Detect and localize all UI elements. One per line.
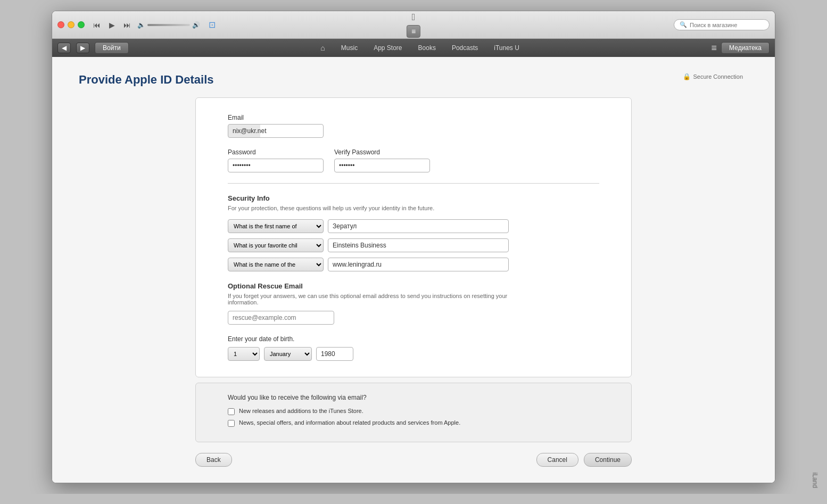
divider (228, 183, 599, 184)
checkbox-row-1: New releases and additions to the iTunes… (228, 408, 599, 415)
titlebar: ⏮ ▶ ⏭ 🔈 🔊 ⊡  ≡ 🔍 (52, 11, 775, 39)
question2-select[interactable]: What is your favorite chil (228, 238, 324, 252)
fast-forward-button[interactable]: ⏭ (121, 20, 133, 30)
secure-connection-label: Secure Connection (693, 73, 743, 80)
nav-link-appstore[interactable]: App Store (374, 44, 402, 52)
airplay-button[interactable]: ⊡ (209, 20, 216, 30)
birthdate-row: 1 January (228, 347, 599, 361)
security-info-desc: For your protection, these questions wil… (228, 205, 599, 211)
password-row: Password Verify Password (228, 148, 599, 172)
play-button[interactable]: ▶ (107, 20, 117, 30)
nav-link-itunesu[interactable]: iTunes U (494, 44, 519, 52)
nav-link-music[interactable]: Music (341, 44, 358, 52)
optional-rescue-title: Optional Rescue Email (228, 282, 599, 290)
security-info-section: Security Info For your protection, these… (228, 194, 599, 271)
main-content: 🔒 Secure Connection Provide Apple ID Det… (52, 57, 775, 483)
email-section-title: Would you like to receive the following … (228, 394, 599, 401)
search-input[interactable] (690, 22, 764, 28)
email-section: Email (228, 114, 599, 138)
titlebar-right: 🔍 (674, 19, 770, 30)
right-buttons: Cancel Continue (536, 453, 632, 467)
search-box[interactable]: 🔍 (674, 19, 770, 30)
cancel-button[interactable]: Cancel (536, 453, 578, 467)
nav-link-podcasts[interactable]: Podcasts (452, 44, 478, 52)
bottom-buttons: Back Cancel Continue (195, 453, 632, 467)
optional-rescue-desc: If you forget your answers, we can use t… (228, 293, 526, 305)
minimize-button[interactable] (68, 21, 75, 28)
password-field[interactable] (228, 159, 324, 172)
titlebar-center:  ≡ (407, 12, 420, 38)
back-button[interactable]: Back (195, 453, 232, 467)
navbar: ◀ ▶ Войти ⌂ Music App Store Books Podcas… (52, 39, 775, 57)
nav-links: ⌂ Music App Store Books Podcasts iTunes … (134, 44, 706, 52)
menu-icon-button[interactable]: ≡ (407, 25, 420, 38)
security-row-2: What is your favorite chil (228, 238, 599, 252)
close-button[interactable] (57, 21, 64, 28)
volume-track[interactable] (147, 24, 190, 26)
verify-password-field[interactable] (334, 159, 430, 172)
hamburger-button[interactable]: ≡ (712, 43, 717, 54)
birthdate-section: Enter your date of birth. 1 January (228, 335, 599, 361)
nav-back-button[interactable]: ◀ (57, 43, 71, 53)
password-label: Password (228, 148, 324, 156)
apple-logo-icon:  (412, 12, 416, 23)
watermark: iLand (811, 473, 818, 488)
email-section-container: Would you like to receive the following … (195, 383, 632, 442)
continue-button[interactable]: Continue (584, 453, 632, 467)
checkbox-row-2: News, special offers, and information ab… (228, 419, 599, 427)
security-row-1: What is the first name of (228, 219, 599, 233)
checkbox-news[interactable] (228, 420, 235, 427)
email-label: Email (228, 114, 599, 121)
optional-rescue-section: Optional Rescue Email If you forget your… (228, 282, 599, 325)
checkbox-new-releases[interactable] (228, 408, 235, 415)
home-icon[interactable]: ⌂ (320, 44, 325, 52)
birthdate-label: Enter your date of birth. (228, 335, 599, 343)
verify-password-label: Verify Password (334, 148, 430, 156)
password-group: Password (228, 148, 324, 172)
rescue-email-field[interactable] (228, 311, 334, 325)
question1-select[interactable]: What is the first name of (228, 219, 324, 233)
transport-controls: ⏮ ▶ ⏭ 🔈 🔊 ⊡ (91, 20, 216, 30)
email-field[interactable] (228, 124, 324, 138)
answer2-field[interactable] (328, 238, 509, 252)
lock-icon: 🔒 (683, 73, 691, 80)
login-button[interactable]: Войти (95, 42, 129, 54)
security-row-3: What is the name of the (228, 258, 599, 271)
answer1-field[interactable] (328, 219, 509, 233)
checkbox2-label: News, special offers, and information ab… (239, 419, 460, 426)
volume-high-icon: 🔊 (192, 21, 200, 29)
form-container: Email Password Verify Password Security … (195, 97, 632, 377)
page-title: Provide Apple ID Details (79, 73, 748, 87)
volume-low-icon: 🔈 (137, 21, 145, 29)
volume-slider: 🔈 🔊 (137, 21, 200, 29)
navbar-right: ≡ Медиатека (712, 42, 770, 54)
answer3-field[interactable] (328, 258, 509, 271)
maximize-button[interactable] (78, 21, 85, 28)
birthdate-year-field[interactable] (316, 347, 353, 361)
verify-password-group: Verify Password (334, 148, 430, 172)
question3-select[interactable]: What is the name of the (228, 258, 324, 271)
secure-connection: 🔒 Secure Connection (683, 73, 743, 80)
birthdate-month-select[interactable]: January (264, 347, 312, 361)
security-info-title: Security Info (228, 194, 599, 202)
rewind-button[interactable]: ⏮ (91, 20, 103, 30)
search-icon: 🔍 (680, 21, 687, 28)
nav-link-books[interactable]: Books (418, 44, 436, 52)
library-button[interactable]: Медиатека (721, 42, 770, 54)
traffic-lights (57, 21, 85, 28)
birthdate-day-select[interactable]: 1 (228, 347, 260, 361)
checkbox1-label: New releases and additions to the iTunes… (239, 408, 363, 414)
nav-forward-button[interactable]: ▶ (76, 43, 89, 53)
